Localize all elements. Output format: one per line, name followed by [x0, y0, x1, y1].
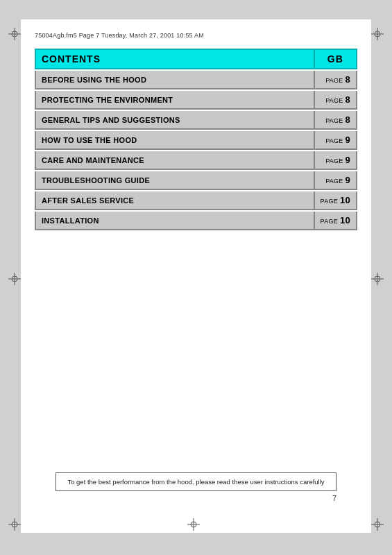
contents-row-label: BEFORE USING THE HOOD	[35, 71, 314, 89]
contents-row-page: PAGE 9	[314, 151, 357, 169]
page-num: 9	[345, 135, 350, 145]
crosshair-mid-left	[8, 273, 21, 285]
page-word: PAGE	[325, 157, 345, 164]
contents-row: AFTER SALES SERVICEPAGE 10	[35, 191, 357, 210]
contents-title-row: CONTENTS GB	[35, 49, 357, 69]
contents-row: GENERAL TIPS AND SUGGESTIONSPAGE 8	[35, 111, 357, 129]
contents-title: CONTENTS	[35, 49, 314, 69]
contents-row-label: PROTECTING THE ENVIRONMENT	[35, 91, 314, 109]
contents-row: INSTALLATIONPAGE 10	[35, 212, 357, 230]
page-num: 8	[345, 74, 350, 85]
page-word: PAGE	[325, 178, 345, 185]
page-word: PAGE	[325, 97, 345, 104]
contents-row-page: PAGE 10	[314, 212, 357, 230]
contents-row-page: PAGE 9	[314, 171, 357, 189]
contents-row-page: PAGE 8	[314, 111, 357, 129]
page-num: 8	[345, 94, 350, 105]
contents-row-page: PAGE 8	[314, 71, 357, 89]
page-num: 10	[340, 195, 350, 205]
contents-row: BEFORE USING THE HOODPAGE 8	[35, 71, 357, 89]
crosshair-mid-right	[371, 273, 384, 285]
contents-row-page: PAGE 10	[314, 191, 357, 210]
page-num: 9	[345, 175, 350, 185]
contents-row-label: TROUBLESHOOTING GUIDE	[35, 171, 314, 189]
footer-note-box: To get the best performance from the hoo…	[56, 472, 336, 491]
page-num: 9	[345, 155, 350, 165]
page-number: 7	[332, 494, 336, 502]
crosshair-bottom-right	[371, 518, 384, 531]
page-word: PAGE	[325, 137, 345, 144]
gb-label: GB	[314, 49, 357, 69]
footer-note-text: To get the best performance from the hoo…	[67, 478, 324, 486]
page-word: PAGE	[321, 218, 340, 225]
crosshair-top-right	[371, 28, 384, 40]
contents-row-label: INSTALLATION	[35, 212, 314, 230]
contents-row-page: PAGE 9	[314, 131, 357, 149]
contents-row: HOW TO USE THE HOODPAGE 9	[35, 131, 357, 149]
contents-row-label: CARE AND MAINTENANCE	[35, 151, 314, 169]
contents-row: PROTECTING THE ENVIRONMENTPAGE 8	[35, 91, 357, 109]
contents-row-label: HOW TO USE THE HOOD	[35, 131, 314, 149]
contents-row-page: PAGE 8	[314, 91, 357, 109]
contents-row-label: GENERAL TIPS AND SUGGESTIONS	[35, 111, 314, 129]
page-num: 10	[340, 215, 350, 225]
file-info-header: 75004Agb.fm5 Page 7 Tuesday, March 27, 2…	[35, 32, 357, 39]
document-page: 75004Agb.fm5 Page 7 Tuesday, March 27, 2…	[21, 19, 371, 533]
page-num: 8	[345, 114, 350, 125]
page-word: PAGE	[325, 77, 345, 84]
contents-row: TROUBLESHOOTING GUIDEPAGE 9	[35, 171, 357, 189]
crosshair-bottom-left	[8, 518, 21, 531]
page-word: PAGE	[321, 198, 340, 205]
crosshair-top-left	[8, 28, 21, 40]
contents-row-label: AFTER SALES SERVICE	[35, 191, 314, 210]
crosshair-bottom-mid	[187, 518, 200, 531]
contents-row: CARE AND MAINTENANCEPAGE 9	[35, 151, 357, 169]
page-word: PAGE	[325, 117, 345, 124]
contents-table: CONTENTS GB BEFORE USING THE HOODPAGE 8P…	[35, 49, 357, 230]
